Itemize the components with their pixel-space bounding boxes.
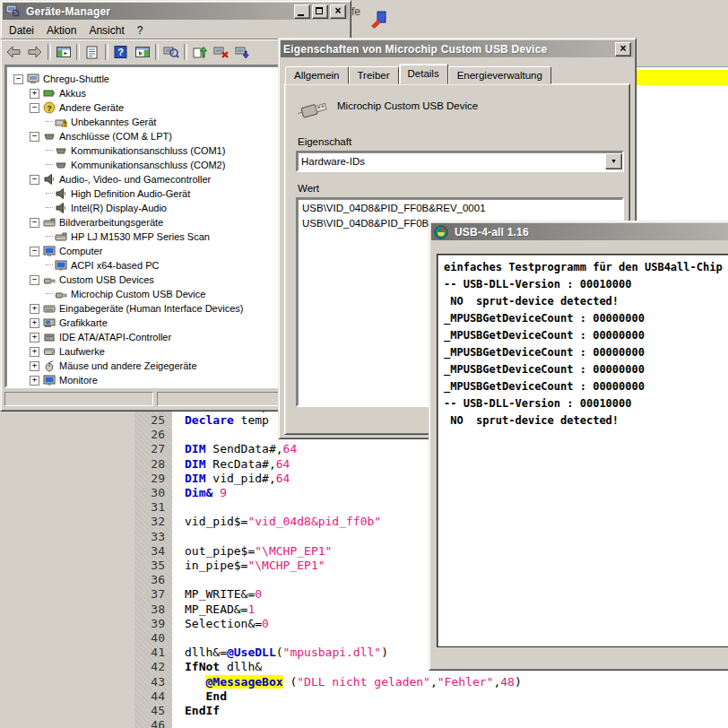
maximize-button[interactable]	[312, 4, 328, 19]
speaker-icon	[55, 187, 67, 200]
tree-item-akkus[interactable]: +Akkus	[30, 86, 86, 100]
tree-item-m-use-und-andere-zeigeger-te[interactable]: +Mäuse und andere Zeigegeräte	[30, 359, 197, 373]
tree-item-intel-r-display-audio[interactable]: Intel(R) Display-Audio	[46, 201, 167, 215]
tree-item-custom-usb-devices[interactable]: −Custom USB Devices	[30, 273, 154, 287]
tree-item-microchip-custom-usb-device[interactable]: Microchip Custom USB Device	[46, 287, 205, 301]
tree-item-eingabeger-te-human-interface-devices[interactable]: +Eingabegeräte (Human Interface Devices)	[30, 301, 243, 316]
tab-treiber[interactable]: Treiber	[349, 66, 399, 84]
usb-icon	[43, 273, 56, 286]
tree-toggle[interactable]: +	[30, 304, 39, 314]
tree-toggle[interactable]: −	[30, 275, 39, 285]
tree-toggle[interactable]: +	[30, 318, 39, 328]
monitor-icon	[43, 245, 56, 257]
close-button[interactable]: ×	[330, 4, 346, 19]
action-pane-button[interactable]	[132, 42, 153, 62]
tree-item-label: IDE ATA/ATAPI-Controller	[59, 332, 171, 342]
tab-details[interactable]: Details	[399, 64, 448, 84]
help-button[interactable]: ?	[110, 42, 132, 62]
scan-changes-button[interactable]	[232, 42, 254, 62]
forward-button[interactable]	[24, 42, 46, 62]
tab-allgemein[interactable]: Allgemein	[285, 66, 349, 84]
tree-toggle[interactable]: +	[30, 347, 39, 357]
tree-item-grafikkarte[interactable]: +Grafikkarte	[30, 316, 108, 330]
tree-item-audio-video-und-gamecontroller[interactable]: −Audio-, Video- und Gamecontroller	[30, 172, 211, 186]
toolbar-separator	[105, 44, 108, 60]
device-manager-icon	[5, 4, 20, 18]
device-manager-titlebar[interactable]: Geräte-Manager ×	[3, 3, 349, 20]
tree-item-high-definition-audio-ger-t[interactable]: High Definition Audio-Gerät	[46, 186, 190, 201]
toolbar-separator	[48, 44, 51, 60]
tree-toggle[interactable]: −	[30, 175, 39, 185]
port-icon	[55, 144, 67, 157]
tree-toggle[interactable]: +	[30, 333, 39, 342]
back-button[interactable]	[3, 42, 24, 62]
dialog-close-button[interactable]: ×	[615, 42, 631, 56]
uninstall-button[interactable]	[211, 42, 232, 62]
line-number: 41	[134, 646, 165, 660]
properties-icon	[83, 45, 101, 59]
action-pane-icon	[134, 45, 152, 59]
uninstall-icon	[212, 45, 230, 59]
tree-item-laufwerke[interactable]: +Laufwerke	[30, 344, 105, 359]
tree-item-andere-ger-te[interactable]: −?Andere Geräte	[30, 100, 124, 115]
console-titlebar[interactable]: USB-4-all 1.16	[431, 223, 728, 240]
tree-item-acpi-x64-based-pc[interactable]: ACPI x64-based PC	[46, 258, 159, 273]
tree-toggle[interactable]: +	[30, 376, 39, 386]
tree-item-monitore[interactable]: +Monitore	[30, 373, 98, 387]
line-number: 25	[134, 413, 165, 428]
scan-hardware-button[interactable]	[160, 42, 182, 62]
editor-menu-fragment[interactable]: fe	[351, 5, 360, 18]
dialog-titlebar[interactable]: Eigenschaften von Microchip Custom USB D…	[281, 40, 634, 57]
tree-toggle[interactable]: −	[13, 74, 23, 84]
menu-item-ansicht[interactable]: Ansicht	[82, 23, 130, 38]
tree-item-label: Monitore	[59, 375, 98, 386]
tree-item-kommunikationsanschluss-com1[interactable]: Kommunikationsanschluss (COM1)	[46, 143, 225, 158]
code-line: dllh&=@UseDLL("mpusbapi.dll")	[185, 646, 388, 660]
line-number: 39	[134, 617, 165, 631]
drive-icon	[43, 345, 56, 358]
port-icon	[43, 130, 56, 143]
code-line: IfNot dllh&	[185, 660, 262, 674]
tree-item-computer[interactable]: −Computer	[30, 244, 102, 258]
menu-item-[interactable]: ?	[131, 23, 150, 38]
tree-item-kommunikationsanschluss-com2[interactable]: Kommunikationsanschluss (COM2)	[46, 158, 225, 172]
tree-toggle[interactable]: +	[30, 361, 39, 371]
tree-item-label: Computer	[59, 246, 102, 256]
tree-item-label: Microchip Custom USB Device	[71, 289, 205, 299]
menu-item-datei[interactable]: Datei	[3, 23, 40, 38]
scanner-icon	[43, 216, 56, 229]
tree-item-anschl-sse-com-lpt[interactable]: −Anschlüsse (COM & LPT)	[30, 129, 172, 143]
tree-toggle[interactable]: −	[30, 132, 39, 142]
console-output[interactable]: einfaches Testprogramm für den USB4all-C…	[437, 254, 728, 647]
console-tree-button[interactable]	[53, 42, 74, 62]
line-number: 36	[134, 573, 165, 587]
tree-item-ide-ata-atapi-controller[interactable]: +IDE ATA/ATAPI-Controller	[30, 330, 171, 344]
code-line: MP_READ&=1	[185, 602, 255, 617]
tab-energieverwaltung[interactable]: Energieverwaltung	[448, 66, 551, 84]
tree-toggle[interactable]: −	[30, 103, 39, 113]
toolbar-separator	[184, 44, 187, 60]
tree-toggle[interactable]: +	[30, 89, 39, 99]
tree-item-unbekanntes-ger-t[interactable]: Unbekanntes Gerät	[46, 115, 156, 129]
line-number: 34	[134, 544, 165, 559]
property-dropdown[interactable]: Hardware-IDs ▼	[296, 151, 624, 172]
console-line: -- USB-DLL-Version : 00010000	[444, 276, 728, 293]
tree-item-hp-lj-m1530-mfp-series-scan[interactable]: HP LJ M1530 MFP Series Scan	[46, 230, 210, 244]
update-driver-button[interactable]	[189, 42, 211, 62]
editor-toolbar-icon[interactable]	[370, 11, 386, 32]
properties-button[interactable]	[82, 42, 103, 62]
console-line: _MPUSBGetDeviceCount : 00000000	[444, 310, 728, 327]
tree-item-chregu-shuttle[interactable]: −Chregu-Shuttle	[13, 72, 109, 86]
tree-toggle[interactable]: −	[30, 247, 39, 256]
code-line: Declare temp	[185, 413, 269, 428]
tree-item-clipped[interactable]: +	[30, 387, 59, 388]
hardware-id-value[interactable]: USB\VID_04D8&PID_FF0B&REV_0001	[298, 201, 622, 216]
console-line: -- USB-DLL-Version : 00010000	[444, 395, 728, 412]
line-number: 35	[134, 559, 165, 573]
tree-item-bildverarbeitungsger-te[interactable]: −Bildverarbeitungsgeräte	[30, 215, 163, 230]
dropdown-arrow-icon[interactable]: ▼	[605, 153, 622, 169]
minimize-button[interactable]	[294, 4, 310, 19]
console-line: _MPUSBGetDeviceCount : 00000000	[444, 344, 728, 361]
tree-toggle[interactable]: −	[30, 218, 39, 228]
menu-item-aktion[interactable]: Aktion	[40, 23, 82, 38]
